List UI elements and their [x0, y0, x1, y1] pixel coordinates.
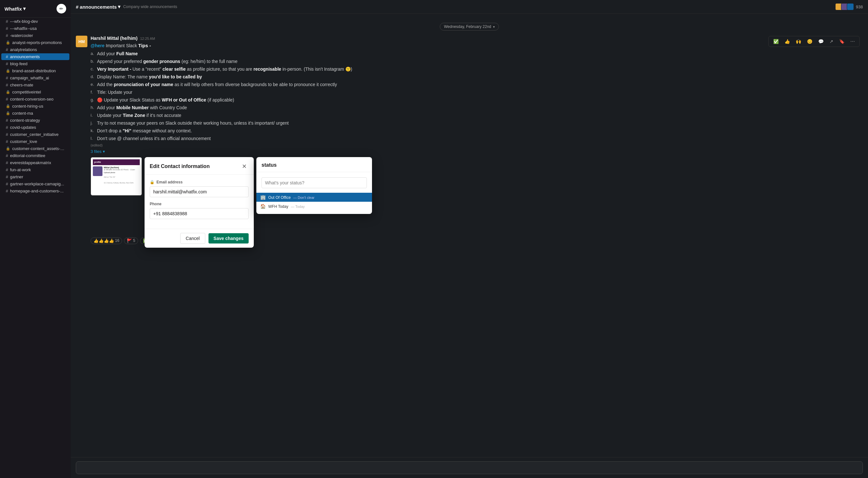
list-item-content: Very Important - Use a "recent" clear se…: [97, 66, 352, 73]
sidebar-item--watercooler[interactable]: #-watercooler: [1, 32, 69, 39]
sidebar-item-content-strategy[interactable]: #content-strategy: [1, 117, 69, 124]
reaction-checkmark-button[interactable]: ✅: [771, 38, 781, 45]
lock-icon: 🔒: [6, 40, 10, 45]
list-label: a.: [91, 51, 97, 57]
cancel-button[interactable]: Cancel: [180, 233, 205, 244]
hash-icon: #: [6, 139, 8, 144]
files-toggle[interactable]: 3 files ▾: [91, 149, 863, 154]
workspace-name[interactable]: Whatfix ▾: [4, 6, 26, 11]
reply-button[interactable]: 💬: [816, 38, 826, 45]
list-label: d.: [91, 73, 97, 80]
bookmark-button[interactable]: 🔖: [837, 38, 846, 45]
status-search-input[interactable]: [261, 177, 367, 188]
status-item-wfh[interactable]: 🏠 WFH Today — Today: [256, 202, 372, 211]
channel-name-text: everestdappeakmatrix: [10, 160, 51, 165]
modal-body: 🔒 Email address Phone: [145, 175, 254, 229]
list-label: j.: [91, 120, 97, 126]
messages-area: Wednesday, February 22nd ▾ HM ✅ 👍 🙌 😊 💬 …: [71, 14, 868, 457]
sidebar-item-gartner-workplace-camapig...[interactable]: #gartner-workplace-camapig...: [1, 181, 69, 187]
message-action-bar: ✅ 👍 🙌 😊 💬 ↗ 🔖 ⋯: [768, 36, 860, 47]
hash-icon: #: [6, 118, 8, 123]
phone-label: Phone: [150, 202, 249, 206]
channel-name-text: ---wfx-blog-dev: [10, 19, 38, 24]
list-label: c.: [91, 66, 97, 72]
message-input[interactable]: [76, 461, 863, 474]
sidebar-item-customer_love[interactable]: #customer_love: [1, 138, 69, 145]
sidebar-item-content-ma[interactable]: 🔒content-ma: [1, 110, 69, 117]
save-changes-button[interactable]: Save changes: [209, 233, 249, 244]
sidebar-item-announcements[interactable]: #announcements: [1, 53, 69, 60]
hash-icon: #: [6, 125, 8, 130]
phone-field-group: Phone: [150, 202, 249, 219]
profile-thumb-info: Mittal (he/him) at Whatfix Innovato (G F…: [104, 166, 140, 184]
list-item: g.🔴 Update your Slack Status as WFH or O…: [91, 97, 863, 103]
list-item-content: Try to not message your peers on Slack o…: [97, 120, 289, 127]
sidebar-item-brand-asset-distribution[interactable]: 🔒brand-asset-distribution: [1, 67, 69, 74]
sidebar-item-everestdappeakmatrix[interactable]: #everestdappeakmatrix: [1, 159, 69, 166]
date-badge[interactable]: Wednesday, February 22nd ▾: [440, 23, 499, 31]
compose-icon: ✏: [59, 6, 63, 11]
list-item: a.Add your Full Name: [91, 51, 863, 57]
workspace-title: Whatfix: [4, 6, 22, 11]
list-label: i.: [91, 112, 97, 119]
reaction-flag[interactable]: 🚩 5: [124, 237, 138, 244]
sidebar-header: Whatfix ▾ ✏: [0, 0, 71, 18]
status-thumbnail[interactable]: status 🏢 Out Of Office: [256, 157, 372, 234]
profile-thumbnail[interactable]: profile Mittal (he/him) at Whatfix Innov…: [91, 157, 142, 196]
hash-icon: #: [6, 75, 8, 80]
mention-here[interactable]: @here: [91, 43, 104, 48]
email-field-group: 🔒 Email address: [150, 180, 249, 197]
reaction-thumbsup[interactable]: 👍👍👍👍 16: [91, 237, 122, 244]
email-input[interactable]: [150, 186, 249, 197]
reaction-hands-button[interactable]: 🙌: [794, 38, 803, 45]
sidebar-item-campaign_whatfix_ai[interactable]: #campaign_whatfix_ai: [1, 74, 69, 81]
message-author[interactable]: Harshil Mittal (he/him): [91, 36, 137, 41]
hash-icon: #: [6, 182, 8, 186]
list-item-content: 🔴 Update your Slack Status as WFH or Out…: [97, 97, 234, 103]
sidebar-item----wfx-blog-dev[interactable]: #---wfx-blog-dev: [1, 18, 69, 25]
thumbnail-row: profile Mittal (he/him) at Whatfix Innov…: [91, 157, 863, 234]
sidebar-item-gartner[interactable]: #gartner: [1, 173, 69, 180]
channel-name-text: gartner-workplace-camapig...: [10, 182, 64, 186]
channel-title[interactable]: # announcements ▾: [76, 4, 121, 10]
author-avatar: HM: [76, 36, 87, 47]
share-button[interactable]: ↗: [828, 38, 835, 45]
list-label: h.: [91, 104, 97, 111]
list-label: l.: [91, 135, 97, 142]
sidebar-item-customer_center_initiative[interactable]: #customer_center_initiative: [1, 131, 69, 138]
sidebar-item-cheers-mate[interactable]: #cheers-mate: [1, 82, 69, 88]
phone-input[interactable]: [150, 208, 249, 219]
channel-description: Company wide announcements: [123, 4, 177, 9]
compose-button[interactable]: ✏: [57, 4, 66, 13]
sidebar-item-blog-feed[interactable]: #blog-feed: [1, 60, 69, 67]
flag-emoji: 🚩: [127, 238, 132, 243]
reaction-thumbsup-button[interactable]: 👍: [782, 38, 792, 45]
sidebar-item-covid-updates[interactable]: #covid-updates: [1, 124, 69, 131]
date-chevron-icon: ▾: [493, 25, 495, 29]
more-actions-button[interactable]: ⋯: [848, 38, 857, 45]
sidebar-item-customer-content_assets-u...[interactable]: 🔒customer-content_assets-u...: [1, 145, 69, 152]
sidebar-item-competitiveintel[interactable]: 🔒competitiveintel: [1, 89, 69, 95]
header-left: # announcements ▾ Company wide announcem…: [76, 4, 177, 10]
sidebar-item-content-conversion-seo[interactable]: #content-conversion-seo: [1, 96, 69, 102]
hash-icon: #: [6, 132, 8, 137]
modal-footer: Cancel Save changes: [145, 229, 254, 248]
sidebar-item-homepage-and-customers-...[interactable]: #homepage-and-customers-...: [1, 188, 69, 194]
edit-contact-thumbnail[interactable]: Edit Contact information ✕ 🔒 Email addre…: [145, 157, 254, 234]
sidebar-item-analytrelations[interactable]: #analytrelations: [1, 46, 69, 53]
reaction-smile-button[interactable]: 😊: [805, 38, 814, 45]
files-count: 3 files: [91, 149, 101, 154]
list-item: l.Don't use @ channel unless it's an off…: [91, 135, 863, 142]
sidebar-item-analyst-reports-promotions[interactable]: 🔒analyst-reports-promotions: [1, 39, 69, 46]
message-time: 12:25 AM: [140, 37, 155, 40]
list-item-content: Display Name: The name you'd like to be …: [97, 73, 202, 80]
status-item-out-of-office[interactable]: 🏢 Out Of Office — Don't clear: [256, 193, 372, 202]
sidebar-item-fun-at-work[interactable]: #fun-at-work: [1, 166, 69, 173]
list-item-content: Append your preferred gender pronouns (e…: [97, 58, 238, 65]
sidebar-item-content-hiring-us[interactable]: 🔒content-hiring-us: [1, 103, 69, 109]
modal-close-button[interactable]: ✕: [240, 162, 249, 170]
sidebar-item----whatfix--usa[interactable]: #---whatfix--usa: [1, 25, 69, 32]
sidebar-item-editorial-committee[interactable]: #editorial-committee: [1, 152, 69, 159]
member-avatars[interactable]: 938: [835, 3, 863, 10]
channel-name-text: analytrelations: [10, 47, 37, 52]
